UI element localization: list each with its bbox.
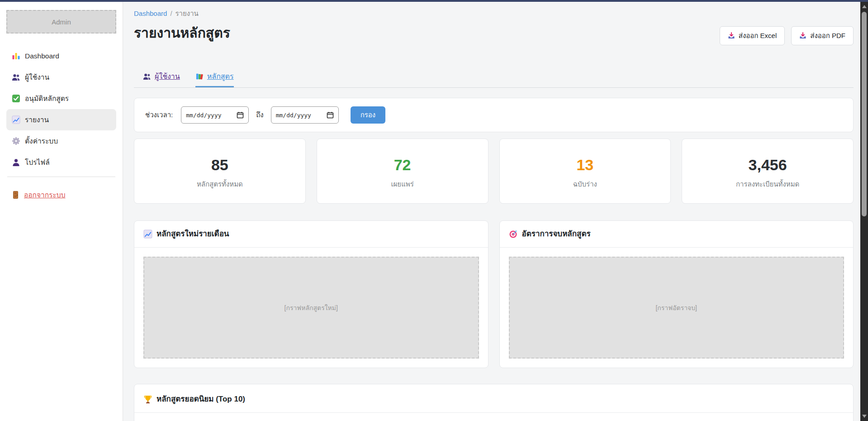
breadcrumb-dashboard-link[interactable]: Dashboard — [134, 10, 167, 17]
stat-value: 3,456 — [682, 155, 853, 174]
stat-value: 85 — [134, 155, 305, 174]
users-icon — [12, 73, 20, 81]
top-courses-card: หลักสูตรยอดนิยม (Top 10) — [134, 384, 854, 421]
new-courses-chart-card: หลักสูตรใหม่รายเดือน [กราฟหลักสูตรใหม่] — [134, 220, 489, 368]
stat-card-total-courses: 85 หลักสูตรทั้งหมด — [134, 139, 306, 204]
charts-row: หลักสูตรใหม่รายเดือน [กราฟหลักสูตรใหม่] … — [134, 220, 854, 368]
sidebar-item-label: อนุมัติหลักสูตร — [25, 93, 69, 104]
bar-chart-icon — [12, 52, 20, 60]
filter-button[interactable]: กรอง — [351, 106, 385, 124]
users-icon — [143, 72, 151, 81]
sidebar-item-label: ผู้ใช้งาน — [25, 72, 49, 83]
books-icon — [195, 72, 204, 81]
chart-title: อัตราการจบหลักสูตร — [522, 228, 591, 240]
date-from-input[interactable]: mm/dd/yyyy — [181, 106, 249, 124]
scroll-down-arrow[interactable] — [860, 412, 868, 420]
stat-card-drafts: 13 ฉบับร่าง — [499, 139, 671, 204]
logout-link[interactable]: ออกจากระบบ — [6, 184, 116, 206]
sidebar-item-settings[interactable]: ตั้งค่าระบบ — [6, 130, 116, 152]
stat-label: เผยแพร่ — [317, 179, 488, 190]
target-icon — [509, 230, 518, 239]
stat-card-total-enrollments: 3,456 การลงทะเบียนทั้งหมด — [682, 139, 854, 204]
sidebar-divider — [7, 177, 115, 177]
new-courses-chart-placeholder: [กราฟหลักสูตรใหม่] — [143, 257, 479, 359]
completion-rate-chart-card: อัตราการจบหลักสูตร [กราฟอัตราจบ] — [499, 220, 854, 368]
export-excel-button[interactable]: ส่งออก Excel — [720, 26, 785, 45]
scrollbar-thumb[interactable] — [862, 12, 867, 216]
completion-rate-chart-placeholder: [กราฟอัตราจบ] — [509, 257, 844, 359]
sidebar-item-label: รายงาน — [25, 114, 49, 125]
triangle-up-icon — [862, 5, 867, 8]
export-buttons: ส่งออก Excel ส่งออก PDF — [720, 26, 854, 45]
date-from-value: mm/dd/yyyy — [186, 112, 221, 119]
top-courses-header: หลักสูตรยอดนิยม (Top 10) — [134, 384, 853, 413]
tab-courses-label: หลักสูตร — [207, 72, 234, 81]
filter-range-label: ช่วงเวลา: — [145, 110, 173, 120]
top-accent-bar — [0, 0, 868, 2]
admin-logo-label: Admin — [52, 18, 71, 26]
stats-row: 85 หลักสูตรทั้งหมด 72 เผยแพร่ 13 ฉบับร่า… — [134, 139, 854, 204]
chart-body: [กราฟหลักสูตรใหม่] — [134, 248, 488, 368]
calendar-icon[interactable] — [327, 111, 334, 119]
gear-icon — [12, 137, 20, 145]
breadcrumb: Dashboard/รายงาน — [134, 9, 854, 18]
top-courses-body — [134, 413, 853, 421]
admin-logo: Admin — [6, 10, 116, 33]
sidebar-item-approve-courses[interactable]: อนุมัติหลักสูตร — [6, 88, 116, 109]
triangle-down-icon — [862, 415, 867, 418]
tab-courses[interactable]: หลักสูตร — [195, 72, 234, 87]
placeholder-text: [กราฟหลักสูตรใหม่] — [285, 303, 338, 313]
stat-label: การลงทะเบียนทั้งหมด — [682, 179, 853, 190]
sidebar-item-dashboard[interactable]: Dashboard — [6, 45, 116, 67]
page-title: รายงานหลักสูตร — [134, 24, 230, 43]
chart-card-header: หลักสูตรใหม่รายเดือน — [134, 221, 488, 248]
chart-title: หลักสูตรใหม่รายเดือน — [157, 228, 229, 240]
date-to-input[interactable]: mm/dd/yyyy — [271, 106, 339, 124]
filter-to-label: ถึง — [256, 110, 263, 120]
export-pdf-label: ส่งออก PDF — [810, 30, 845, 41]
sidebar-item-users[interactable]: ผู้ใช้งาน — [6, 67, 116, 88]
user-icon — [12, 158, 20, 167]
download-icon — [728, 32, 735, 39]
stat-value: 72 — [317, 155, 488, 174]
page-header: รายงานหลักสูตร ส่งออก Excel ส่งออก PDF — [134, 24, 854, 45]
breadcrumb-separator: / — [170, 10, 172, 17]
placeholder-text: [กราฟอัตราจบ] — [655, 303, 697, 313]
vertical-scrollbar[interactable] — [860, 2, 868, 421]
sidebar-item-label: ตั้งค่าระบบ — [25, 135, 58, 147]
stat-card-published: 72 เผยแพร่ — [317, 139, 489, 204]
sidebar-item-reports[interactable]: รายงาน — [6, 109, 116, 130]
main-content: Dashboard/รายงาน รายงานหลักสูตร ส่งออก E… — [123, 2, 868, 421]
chart-body: [กราฟอัตราจบ] — [500, 248, 854, 368]
trophy-icon — [143, 395, 152, 404]
scroll-up-arrow[interactable] — [860, 3, 868, 10]
stat-label: หลักสูตรทั้งหมด — [134, 179, 305, 190]
export-pdf-button[interactable]: ส่งออก PDF — [791, 26, 854, 45]
sidebar: Admin Dashboard ผู้ใช้งาน อนุมัติหลักสูต… — [0, 2, 123, 421]
chart-card-header: อัตราการจบหลักสูตร — [500, 221, 854, 248]
check-icon — [12, 94, 20, 103]
download-icon — [799, 32, 806, 39]
door-icon — [12, 191, 19, 199]
sidebar-nav: Dashboard ผู้ใช้งาน อนุมัติหลักสูตร รายง… — [6, 45, 116, 173]
stat-label: ฉบับร่าง — [500, 179, 671, 190]
report-tabs: ผู้ใช้งาน หลักสูตร — [134, 72, 854, 88]
date-to-value: mm/dd/yyyy — [276, 112, 311, 119]
tab-users-label: ผู้ใช้งาน — [155, 72, 180, 81]
logout-label: ออกจากระบบ — [24, 189, 66, 201]
top-courses-title: หลักสูตรยอดนิยม (Top 10) — [157, 393, 245, 405]
sidebar-item-label: Dashboard — [25, 52, 59, 60]
calendar-icon[interactable] — [237, 111, 244, 119]
line-chart-icon — [143, 230, 152, 239]
export-excel-label: ส่งออก Excel — [739, 30, 777, 41]
sidebar-item-label: โปรไฟล์ — [25, 157, 50, 168]
line-chart-icon — [12, 115, 20, 124]
breadcrumb-current: รายงาน — [175, 10, 199, 17]
stat-value: 13 — [500, 155, 671, 174]
sidebar-item-profile[interactable]: โปรไฟล์ — [6, 152, 116, 173]
app-container: Admin Dashboard ผู้ใช้งาน อนุมัติหลักสูต… — [0, 0, 868, 421]
filter-bar: ช่วงเวลา: mm/dd/yyyy ถึง mm/dd/yyyy กรอง — [134, 98, 854, 132]
tab-users[interactable]: ผู้ใช้งาน — [143, 72, 180, 87]
